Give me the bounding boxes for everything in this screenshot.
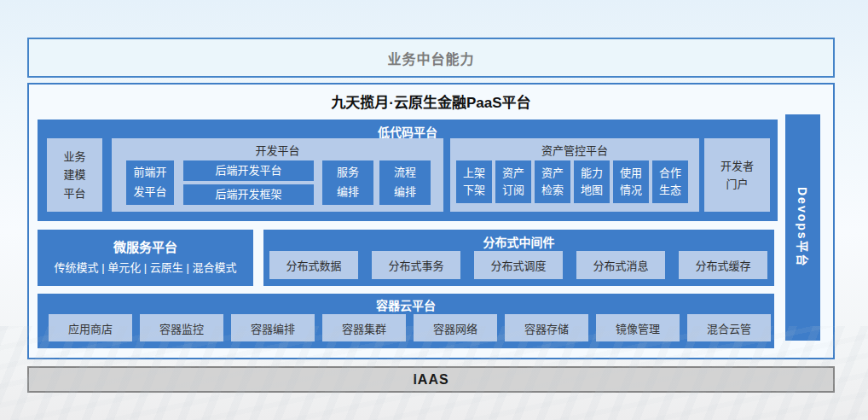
middleware-item-box: 分布式事务 — [372, 251, 460, 279]
container-cloud-item-box: 容器集群 — [322, 314, 406, 341]
middleware-item-box: 分布式调度 — [474, 251, 563, 279]
backend-dev-framework-box: 后端开发框架 — [183, 184, 314, 205]
business-capability-label: 业务中台能力 — [387, 48, 474, 68]
devops-platform-label: Devops平台 — [795, 187, 812, 268]
asset-item-box: 资产 检索 — [535, 160, 570, 203]
middleware-item-box: 分布式数据 — [269, 251, 358, 279]
developer-portal-box: 开发者 门户 — [704, 138, 770, 212]
asset-item-box: 上架 下架 — [456, 160, 492, 203]
dev-platform-group: 开发平台 前端开 发平台 后端开发平台 后端开发框架 服务 编排 流程 编排 — [112, 138, 443, 212]
backend-dev-platform-box: 后端开发平台 — [183, 160, 314, 181]
container-cloud-item-box: 容器监控 — [140, 314, 223, 341]
container-cloud-section: 容器云平台 应用商店 容器监控 容器编排 容器集群 容器网络 容器存储 镜像管理… — [38, 294, 774, 348]
iaas-label: IAAS — [413, 372, 448, 388]
dev-platform-title: 开发平台 — [112, 142, 443, 158]
container-cloud-title: 容器云平台 — [38, 296, 774, 313]
paas-platform-panel: 九天揽月·云原生金融PaaS平台 低代码平台 业务 建模 平台 开发平台 前端开… — [27, 83, 835, 359]
asset-control-group: 资产管控平台 上架 下架 资产 订阅 资产 检索 能力 地图 使用 情况 合作 … — [450, 138, 699, 212]
asset-control-title: 资产管控平台 — [450, 142, 699, 158]
container-cloud-item-box: 应用商店 — [49, 314, 132, 341]
microservice-modes-label: 传统模式 | 单元化 | 云原生 | 混合模式 — [38, 259, 253, 275]
container-cloud-item-box: 镜像管理 — [596, 314, 680, 341]
business-modeling-box: 业务 建模 平台 — [47, 138, 102, 212]
process-orchestration-box: 流程 编排 — [379, 160, 431, 205]
frontend-dev-box: 前端开 发平台 — [126, 160, 174, 205]
business-capability-banner: 业务中台能力 — [27, 38, 835, 78]
microservice-platform-title: 微服务平台 — [38, 237, 253, 255]
lowcode-platform-title: 低代码平台 — [38, 123, 778, 140]
container-cloud-item-box: 容器网络 — [414, 314, 497, 341]
container-cloud-item-box: 容器存储 — [505, 314, 588, 341]
lowcode-platform-section: 低代码平台 业务 建模 平台 开发平台 前端开 发平台 后端开发平台 后端开发框… — [38, 120, 778, 221]
devops-platform-bar: Devops平台 — [785, 114, 820, 341]
microservice-platform-section: 微服务平台 传统模式 | 单元化 | 云原生 | 混合模式 — [38, 230, 253, 286]
distributed-middleware-section: 分布式中间件 分布式数据 分布式事务 分布式调度 分布式消息 分布式缓存 — [263, 230, 774, 286]
architecture-diagram: 业务中台能力 九天揽月·云原生金融PaaS平台 低代码平台 业务 建模 平台 开… — [0, 0, 868, 420]
asset-item-box: 合作 生态 — [652, 160, 688, 203]
platform-title: 九天揽月·云原生金融PaaS平台 — [29, 90, 833, 112]
service-orchestration-box: 服务 编排 — [322, 160, 373, 205]
container-cloud-item-box: 容器编排 — [231, 314, 315, 341]
middleware-item-box: 分布式缓存 — [679, 251, 767, 279]
distributed-middleware-title: 分布式中间件 — [263, 233, 774, 250]
asset-item-box: 使用 情况 — [613, 160, 649, 203]
asset-item-box: 能力 地图 — [574, 160, 610, 203]
asset-item-box: 资产 订阅 — [495, 160, 531, 203]
container-cloud-item-box: 混合云管 — [687, 314, 771, 341]
middleware-item-box: 分布式消息 — [576, 251, 665, 279]
iaas-bar: IAAS — [27, 366, 835, 393]
